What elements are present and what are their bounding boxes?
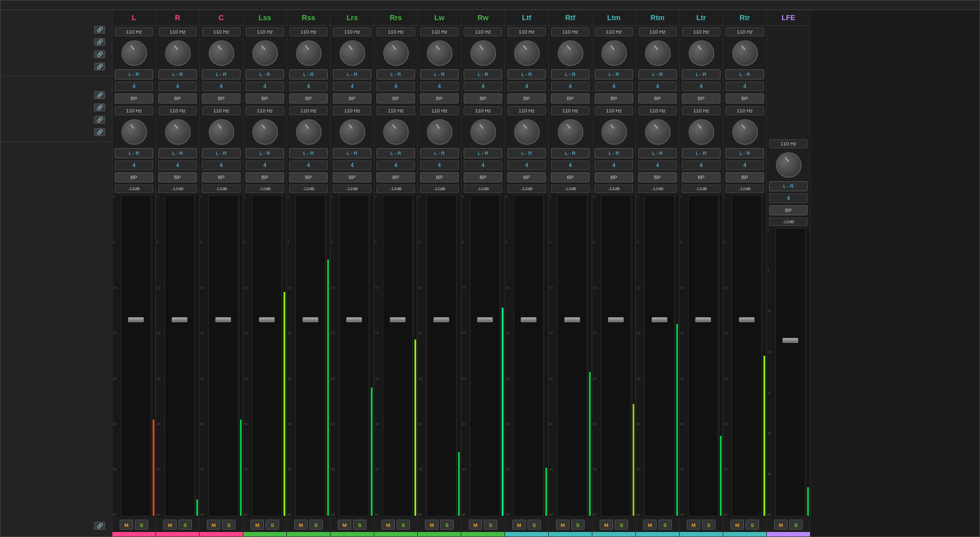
hp-bp-lrs[interactable]: BP (333, 93, 371, 103)
hp-filter-type-c[interactable]: L - R (202, 69, 241, 79)
mute-button-rw[interactable]: M (469, 520, 482, 530)
cutoff-link-hp[interactable]: 🔗 (94, 26, 105, 34)
lp-filter-type-rw[interactable]: L - R (464, 148, 502, 158)
mute-button-lfe[interactable]: M (774, 520, 788, 530)
lp-filter-type-ltr[interactable]: L - R (682, 148, 720, 158)
mute-button-rtm[interactable]: M (643, 520, 657, 530)
lp-cutoff-knob-ltr[interactable] (689, 119, 714, 145)
hp-cutoff-knob-rtr[interactable] (732, 40, 758, 66)
lfe-cutoff-knob[interactable] (776, 152, 802, 178)
lfe-filter-type[interactable]: L - R (769, 181, 808, 191)
fader-handle-c[interactable] (215, 317, 231, 322)
hp-bp-rtf[interactable]: BP (551, 93, 590, 103)
lp-cutoff-knob-rrs[interactable] (383, 119, 409, 145)
mute-button-rrs[interactable]: M (381, 520, 395, 530)
lp-filter-type-rtm[interactable]: L - R (638, 148, 677, 158)
fader-handle-rrs[interactable] (390, 317, 406, 322)
fader-handle-ltf[interactable] (521, 317, 536, 322)
fader-handle-rtr[interactable] (739, 317, 755, 322)
hp-cutoff-knob-c[interactable] (209, 40, 234, 66)
lp-filter-type-rrs[interactable]: L - R (376, 148, 415, 158)
mute-button-lw[interactable]: M (425, 520, 439, 530)
hp-cutoff-knob-lss[interactable] (252, 40, 278, 66)
hp-bp-rw[interactable]: BP (464, 93, 502, 103)
hp-filter-type-ltr[interactable]: L - R (682, 69, 720, 79)
fader-handle-rtm[interactable] (652, 317, 667, 322)
lp-bp-rtr[interactable]: BP (725, 172, 764, 182)
hp-filter-type-ltf[interactable]: L - R (507, 69, 546, 79)
bypass-link-hp[interactable]: 🔗 (94, 63, 105, 70)
hp-bp-r[interactable]: BP (158, 93, 197, 103)
solo-button-lfe[interactable]: S (789, 520, 803, 530)
lp-filter-type-ltf[interactable]: L - R (507, 148, 546, 158)
solo-button-rss[interactable]: S (309, 520, 323, 530)
lp-cutoff-knob-lss[interactable] (252, 119, 278, 145)
lp-cutoff-knob-ltf[interactable] (514, 119, 540, 145)
hp-filter-type-rtf[interactable]: L - R (551, 69, 590, 79)
lp-filter-type-lss[interactable]: L - R (246, 148, 284, 158)
hp-filter-type-l[interactable]: L - R (115, 69, 153, 79)
hp-filter-type-rrs[interactable]: L - R (376, 69, 415, 79)
hp-filter-type-rtr[interactable]: L - R (725, 69, 764, 79)
lp-filter-type-r[interactable]: L - R (158, 148, 197, 158)
hp-cutoff-knob-rw[interactable] (470, 40, 496, 66)
fader-handle-lrs[interactable] (346, 317, 362, 322)
hp-cutoff-knob-rtf[interactable] (558, 40, 583, 66)
lp-bp-r[interactable]: BP (158, 172, 197, 182)
solo-button-rrs[interactable]: S (397, 520, 410, 530)
fader-handle-r[interactable] (172, 317, 187, 322)
lp-bp-lss[interactable]: BP (246, 172, 284, 182)
hp-bp-rtr[interactable]: BP (725, 93, 764, 103)
lp-filter-type-ltm[interactable]: L - R (595, 148, 633, 158)
hp-cutoff-knob-lw[interactable] (427, 40, 453, 66)
hp-filter-type-lw[interactable]: L - R (420, 69, 459, 79)
hp-bp-ltm[interactable]: BP (595, 93, 633, 103)
fader-handle-rss[interactable] (303, 317, 318, 322)
lp-bp-rss[interactable]: BP (289, 172, 328, 182)
hp-cutoff-knob-rrs[interactable] (383, 40, 409, 66)
hp-cutoff-knob-ltf[interactable] (514, 40, 540, 66)
lp-bp-ltr[interactable]: BP (682, 172, 720, 182)
lp-bp-rrs[interactable]: BP (376, 172, 415, 182)
hp-bp-lw[interactable]: BP (420, 93, 459, 103)
lp-bp-ltf[interactable]: BP (507, 172, 546, 182)
filter-order-link-lp[interactable]: 🔗 (94, 116, 105, 124)
lp-bp-lw[interactable]: BP (420, 172, 459, 182)
lp-cutoff-knob-r[interactable] (165, 119, 191, 145)
filter-type-link-lp[interactable]: 🔗 (94, 103, 105, 111)
lp-bp-c[interactable]: BP (202, 172, 241, 182)
hp-bp-lss[interactable]: BP (246, 93, 284, 103)
hp-cutoff-knob-rtm[interactable] (645, 40, 671, 66)
solo-button-rtm[interactable]: S (658, 520, 672, 530)
mute-button-ltr[interactable]: M (687, 520, 700, 530)
fader-handle-ltm[interactable] (608, 317, 624, 322)
lp-cutoff-knob-c[interactable] (209, 119, 234, 145)
mute-button-rss[interactable]: M (294, 520, 308, 530)
hp-filter-type-ltm[interactable]: L - R (595, 69, 633, 79)
lp-filter-type-l[interactable]: L - R (115, 148, 153, 158)
lfe-bp[interactable]: BP (769, 205, 808, 215)
filter-order-link-hp[interactable]: 🔗 (94, 50, 105, 58)
solo-button-r[interactable]: S (178, 520, 192, 530)
mute-button-ltf[interactable]: M (512, 520, 526, 530)
mute-button-rtr[interactable]: M (731, 520, 744, 530)
lp-bp-ltm[interactable]: BP (595, 172, 633, 182)
lp-filter-type-rss[interactable]: L - R (289, 148, 328, 158)
fader-handle-rw[interactable] (477, 317, 493, 322)
lp-cutoff-knob-lrs[interactable] (340, 119, 365, 145)
hp-bp-c[interactable]: BP (202, 93, 241, 103)
lp-cutoff-knob-l[interactable] (121, 119, 147, 145)
hp-filter-type-r[interactable]: L - R (158, 69, 197, 79)
lp-filter-type-rtr[interactable]: L - R (725, 148, 764, 158)
lp-cutoff-knob-lw[interactable] (427, 119, 453, 145)
solo-button-ltf[interactable]: S (527, 520, 541, 530)
fader-handle-rtf[interactable] (564, 317, 580, 322)
lp-cutoff-knob-rtf[interactable] (558, 119, 583, 145)
solo-button-ltm[interactable]: S (615, 520, 628, 530)
lp-cutoff-knob-rtm[interactable] (645, 119, 671, 145)
lp-filter-type-rtf[interactable]: L - R (551, 148, 590, 158)
solo-button-c[interactable]: S (222, 520, 235, 530)
lp-bp-rtf[interactable]: BP (551, 172, 590, 182)
mute-button-rtf[interactable]: M (556, 520, 569, 530)
lp-cutoff-knob-rw[interactable] (470, 119, 496, 145)
